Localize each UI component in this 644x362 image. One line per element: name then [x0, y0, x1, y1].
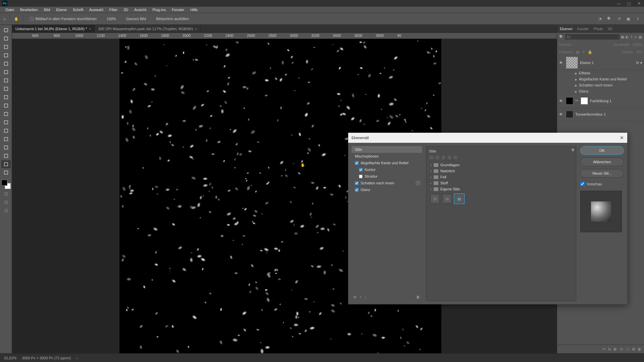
effect-item[interactable]: Abgeflachte Kante und Relief	[557, 76, 644, 82]
style-size-icon[interactable]	[441, 155, 446, 160]
fx-menu-icon[interactable]: fx	[354, 295, 357, 299]
close-tab-icon[interactable]: ×	[89, 27, 91, 31]
fit-image-button[interactable]: Ganzes Bild	[123, 15, 149, 22]
layer-filter-input[interactable]	[565, 34, 620, 40]
lock-pixels-icon[interactable]: ▦	[576, 50, 579, 54]
menu-datei[interactable]: Datei	[3, 7, 17, 12]
path-tool[interactable]	[1, 143, 11, 152]
gradient-tool[interactable]	[1, 102, 11, 110]
move-up-icon[interactable]: ↑	[360, 295, 362, 299]
blend-mode-select[interactable]: Normal	[559, 43, 571, 47]
add-effect-icon[interactable]: +	[416, 181, 420, 185]
delete-effect-icon[interactable]: 🗑	[416, 295, 420, 299]
home-icon[interactable]: ⌂	[3, 17, 6, 21]
effect-checkbox[interactable]	[359, 168, 363, 172]
style-folder[interactable]: Fell	[429, 174, 573, 180]
style-effect-item[interactable]: Abgeflachte Kante und Relief	[352, 160, 422, 166]
style-size-icon[interactable]	[435, 155, 440, 160]
layer-thumbnail[interactable]	[566, 111, 573, 118]
extra-button[interactable]: ▢	[1, 206, 11, 214]
preview-checkbox[interactable]: Vorschau	[580, 182, 624, 186]
new-style-button[interactable]: Neuer Stil...	[580, 169, 624, 178]
lock-all-icon[interactable]: 🔒	[588, 50, 592, 54]
menu-bild[interactable]: Bild	[41, 7, 53, 12]
style-effect-item[interactable]: Glanz	[352, 186, 422, 193]
dodge-tool[interactable]	[1, 118, 11, 126]
move-tool[interactable]	[1, 26, 11, 34]
visibility-icon[interactable]: 👁	[559, 99, 564, 103]
workspace-icon[interactable]: ▦	[625, 17, 631, 21]
crop-tool[interactable]	[1, 51, 11, 59]
layer-thumbnail[interactable]	[566, 57, 578, 69]
brush-tool[interactable]	[1, 76, 11, 84]
menu-schrift[interactable]: Schrift	[70, 7, 86, 12]
new-layer-icon[interactable]: ⊞	[632, 347, 635, 351]
cancel-button[interactable]: Abbrechen	[580, 158, 624, 166]
panel-tab-kanäle[interactable]: Kanäle	[577, 27, 589, 31]
lasso-tool[interactable]	[1, 43, 11, 51]
document-tab[interactable]: Unbenannt-1 bei 34,8% (Ebene 1, RGB/8) *…	[12, 25, 95, 33]
menu-fenster[interactable]: Fenster	[169, 7, 187, 12]
delete-layer-icon[interactable]: 🗑	[638, 347, 641, 351]
close-button[interactable]: ✕	[634, 0, 644, 7]
quick-mask-button[interactable]: ▢	[1, 189, 11, 197]
style-folder[interactable]: Eigene Stile	[429, 186, 573, 192]
filter-type-icon[interactable]: T	[630, 35, 633, 39]
style-size-icon[interactable]	[453, 155, 458, 160]
opacity-value[interactable]: 100%	[633, 43, 642, 47]
panel-tab-ebenen[interactable]: Ebenen	[560, 27, 573, 31]
screen-mode-button[interactable]: ▢	[1, 198, 11, 206]
link-layers-icon[interactable]: ⚯	[602, 347, 605, 351]
fill-screen-button[interactable]: Bildschirm ausfüllen	[153, 15, 192, 22]
style-size-icon[interactable]	[447, 155, 452, 160]
frame-tool[interactable]	[1, 60, 11, 68]
move-down-icon[interactable]: ↓	[365, 295, 367, 299]
visibility-icon[interactable]: 👁	[559, 61, 564, 65]
filter-shape-icon[interactable]: ▭	[634, 35, 637, 39]
shape-tool[interactable]	[1, 152, 11, 160]
mask-icon[interactable]: ◐	[614, 347, 617, 351]
fx-badge[interactable]: fx ▾	[636, 61, 642, 65]
blending-options-item[interactable]: Mischoptionen	[352, 153, 422, 160]
filter-smart-icon[interactable]: ▦	[639, 35, 642, 39]
minimize-button[interactable]: —	[614, 0, 624, 7]
style-effect-item[interactable]: Struktur	[352, 173, 422, 180]
styles-header[interactable]: Stile	[352, 146, 422, 153]
scroll-all-checkbox[interactable]: Bildlauf in allen Fenstern durchführen	[27, 15, 100, 22]
layer-row[interactable]: 👁Ebene 1fx ▾	[557, 56, 644, 70]
fx-icon[interactable]: fx	[608, 347, 611, 351]
menu-hilfe[interactable]: Hilfe	[187, 7, 200, 12]
history-icon[interactable]: ↺	[616, 17, 622, 21]
adjustment-icon[interactable]: ◴	[620, 347, 623, 351]
group-icon[interactable]: ▢	[626, 347, 629, 351]
menu-auswahl[interactable]: Auswahl	[87, 7, 106, 12]
effect-checkbox[interactable]	[359, 175, 363, 178]
zoom-tool[interactable]	[1, 169, 11, 177]
style-effect-item[interactable]: Schatten nach innen+	[352, 180, 422, 186]
doc-info-chevron[interactable]: ›	[76, 356, 77, 360]
style-folder[interactable]: Grundlagen	[429, 162, 573, 168]
effect-checkbox[interactable]	[355, 188, 359, 192]
zoom-100-button[interactable]: 100%	[104, 15, 119, 22]
document-tab[interactable]: 300 DPI Wassertropfen.psdc bei 117% (Tro…	[95, 25, 201, 33]
effect-checkbox[interactable]	[355, 181, 359, 185]
cloud-icon[interactable]: ◔	[597, 17, 603, 21]
style-folder[interactable]: Stoff	[429, 180, 573, 186]
gear-icon[interactable]: ⚙	[571, 148, 575, 152]
close-tab-icon[interactable]: ×	[195, 27, 197, 31]
type-tool[interactable]	[1, 135, 11, 143]
maximize-button[interactable]: ▢	[624, 0, 634, 7]
clone-tool[interactable]	[1, 85, 11, 93]
menu-ebene[interactable]: Ebene	[53, 7, 69, 12]
effect-checkbox[interactable]	[355, 161, 359, 165]
visibility-icon[interactable]: 👁	[559, 112, 564, 116]
filter-adjust-icon[interactable]: ◐	[626, 35, 629, 39]
doc-info[interactable]: 3000 Px × 3000 Px (72 ppcm)	[22, 356, 71, 360]
foreground-swatch[interactable]	[1, 180, 7, 186]
menu-bearbeiten[interactable]: Bearbeiten	[17, 7, 41, 12]
filter-icon[interactable]: 🔍	[559, 35, 564, 39]
effect-item[interactable]: Schatten nach innen	[557, 82, 644, 88]
search-icon[interactable]: 🔍	[606, 17, 612, 21]
menu-ansicht[interactable]: Ansicht	[131, 7, 149, 12]
style-preset[interactable]: ▤	[430, 194, 440, 203]
